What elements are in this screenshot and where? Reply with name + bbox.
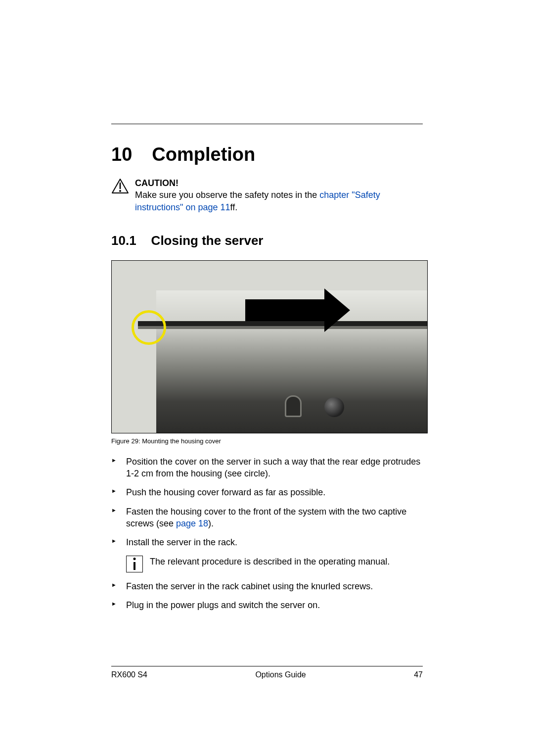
- caution-body-pre: Make sure you observe the safety notes i…: [135, 190, 319, 200]
- step-text: Fasten the server in the rack cabinet us…: [126, 581, 373, 591]
- step-text: Push the housing cover forward as far as…: [126, 487, 325, 497]
- section-heading: 10.1Closing the server: [111, 233, 423, 248]
- list-item: Install the server in the rack.: [111, 536, 423, 548]
- list-item: Fasten the housing cover to the front of…: [111, 506, 423, 530]
- caution-body-post: ff.: [230, 202, 238, 212]
- info-icon: [126, 556, 143, 572]
- list-item: Push the housing cover forward as far as…: [111, 486, 423, 498]
- arrow-right-icon: [245, 288, 350, 332]
- section-number: 10.1: [111, 233, 136, 248]
- highlight-circle-icon: [132, 310, 166, 345]
- info-text: The relevant procedure is described in t…: [150, 556, 390, 567]
- step-text: Plug in the power plugs and switch the s…: [126, 600, 320, 610]
- list-item: Plug in the power plugs and switch the s…: [111, 599, 423, 611]
- step-list-2: Fasten the server in the rack cabinet us…: [111, 580, 423, 612]
- caution-icon: [111, 178, 129, 197]
- step-text: Position the cover on the server in such…: [126, 457, 420, 478]
- step-text: Install the server in the rack.: [126, 537, 237, 547]
- server-screw: [324, 397, 344, 417]
- footer-right: 47: [414, 670, 423, 679]
- list-item: Fasten the server in the rack cabinet us…: [111, 580, 423, 592]
- caution-title: CAUTION!: [135, 177, 423, 189]
- caution-block: CAUTION! Make sure you observe the safet…: [111, 177, 423, 213]
- info-block: The relevant procedure is described in t…: [126, 556, 423, 572]
- figure-image: [111, 260, 428, 433]
- server-slot: [285, 395, 302, 417]
- list-item: Position the cover on the server in such…: [111, 456, 423, 480]
- svg-point-2: [119, 190, 121, 192]
- footer-rule: [111, 666, 423, 666]
- footer-left: RX600 S4: [111, 670, 147, 679]
- chapter-title: Completion: [152, 144, 255, 165]
- footer-center: Options Guide: [255, 670, 306, 679]
- section-title: Closing the server: [151, 233, 264, 248]
- caution-text: CAUTION! Make sure you observe the safet…: [135, 177, 423, 213]
- page-content: 10Completion CAUTION! Make sure you obse…: [0, 0, 534, 611]
- top-rule: [111, 124, 423, 124]
- figure-caption: Figure 29: Mounting the housing cover: [111, 437, 423, 445]
- page-link[interactable]: page 18: [176, 519, 208, 528]
- step-list: Position the cover on the server in such…: [111, 456, 423, 549]
- step-text-post: ).: [208, 519, 214, 528]
- step-text-pre: Fasten the housing cover to the front of…: [126, 507, 406, 528]
- chapter-number: 10: [111, 144, 132, 165]
- page-footer: RX600 S4 Options Guide 47: [111, 666, 423, 679]
- chapter-heading: 10Completion: [111, 144, 423, 165]
